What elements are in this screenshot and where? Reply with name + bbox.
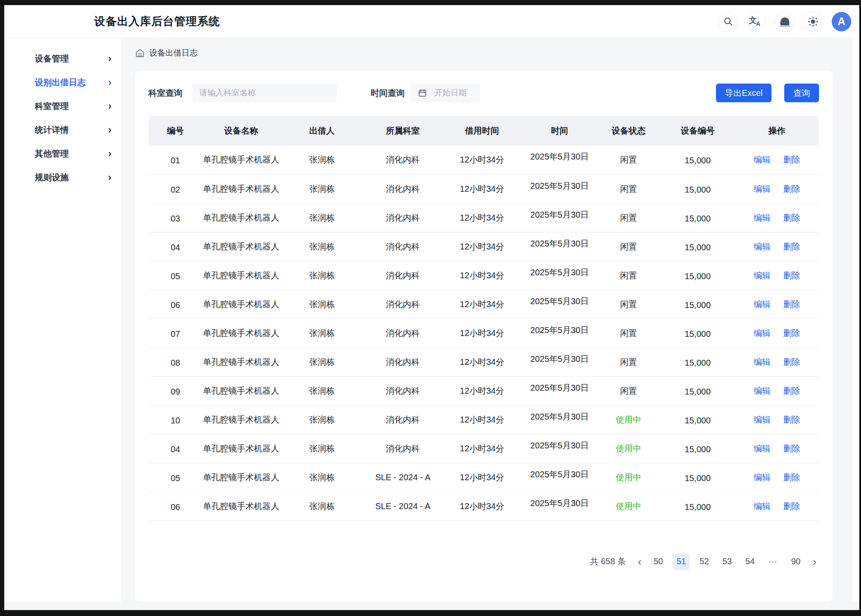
delete-link[interactable]: 删除 (783, 444, 800, 453)
edit-link[interactable]: 编辑 (754, 300, 771, 309)
avatar[interactable]: A (832, 12, 851, 31)
header-actions: 文A A (718, 12, 851, 31)
home-icon (135, 48, 145, 58)
page-button[interactable]: 54 (741, 553, 758, 570)
delete-link[interactable]: 删除 (783, 300, 800, 309)
cell-date: 2025年5月30日 (523, 174, 597, 203)
scrollbar[interactable] (853, 38, 859, 601)
cell-duration: 12小时34分 (442, 492, 523, 521)
cell-operations: 编辑删除 (735, 203, 819, 232)
cell-borrower: 张润栋 (280, 347, 364, 376)
chevron-right-icon: › (108, 125, 112, 135)
sidebar-item[interactable]: 设别出借日志› (4, 70, 121, 94)
notification-button[interactable] (775, 12, 794, 31)
pagination-ellipsis: ⋯ (764, 553, 781, 570)
page-button[interactable]: 51 (673, 553, 690, 570)
cell-name: 单孔腔镜手术机器人 (202, 434, 280, 463)
cell-operations: 编辑删除 (735, 434, 819, 463)
cell-borrower: 张润栋 (280, 290, 364, 319)
sidebar-item[interactable]: 统计详情› (4, 118, 121, 142)
cell-borrower: 张润栋 (280, 261, 364, 290)
edit-link[interactable]: 编辑 (754, 501, 771, 511)
cell-code: 15,000 (661, 232, 735, 261)
delete-link[interactable]: 删除 (783, 213, 800, 222)
search-query-button[interactable]: 查询 (784, 84, 819, 102)
cell-borrower: 张润栋 (280, 492, 364, 521)
delete-link[interactable]: 删除 (783, 501, 800, 511)
edit-link[interactable]: 编辑 (754, 415, 771, 424)
cell-dept: SLE - 2024 - A (364, 492, 442, 521)
notification-icon (780, 17, 789, 25)
breadcrumb: 设备出借日志 (135, 47, 833, 59)
delete-link[interactable]: 删除 (783, 415, 800, 424)
cell-date: 2025年5月30日 (523, 434, 597, 463)
table-row: 09单孔腔镜手术机器人张润栋消化内科12小时34分2025年5月30日闲置15,… (148, 376, 819, 405)
delete-link[interactable]: 删除 (783, 357, 800, 367)
main-content: 设备出借日志 科室查询 时间查询 (121, 38, 859, 610)
sidebar-item[interactable]: 科室管理› (4, 94, 121, 118)
cell-operations: 编辑删除 (735, 261, 819, 290)
page-button[interactable]: 90 (787, 553, 804, 570)
delete-link[interactable]: 删除 (783, 155, 800, 164)
edit-link[interactable]: 编辑 (754, 242, 771, 251)
filter-actions: 导出Excel 查询 (716, 84, 819, 102)
edit-link[interactable]: 编辑 (754, 155, 771, 164)
cell-status: 使用中 (597, 463, 661, 492)
table-body: 01单孔腔镜手术机器人张润栋消化内科12小时34分2025年5月30日闲置15,… (148, 146, 819, 521)
edit-link[interactable]: 编辑 (754, 357, 771, 367)
sidebar: 设备管理›设别出借日志›科室管理›统计详情›其他管理›规则设施› (4, 38, 121, 602)
edit-link[interactable]: 编辑 (754, 184, 771, 193)
translate-button[interactable]: 文A (746, 12, 766, 31)
cell-date: 2025年5月30日 (523, 203, 597, 232)
sidebar-item[interactable]: 设备管理› (4, 47, 121, 70)
edit-link[interactable]: 编辑 (754, 444, 771, 453)
page-button[interactable]: 53 (718, 553, 735, 570)
chevron-right-icon[interactable]: › (810, 556, 819, 567)
breadcrumb-label: 设备出借日志 (149, 48, 198, 59)
search-button[interactable] (718, 12, 738, 31)
date-picker[interactable] (411, 84, 481, 102)
app-title: 设备出入库后台管理系统 (94, 14, 220, 29)
cell-id: 06 (148, 290, 202, 319)
cell-status: 闲置 (597, 203, 661, 232)
delete-link[interactable]: 删除 (783, 473, 800, 482)
edit-link[interactable]: 编辑 (754, 328, 771, 338)
delete-link[interactable]: 删除 (783, 271, 800, 280)
cell-dept: 消化内科 (364, 146, 442, 174)
chevron-right-icon: › (108, 172, 112, 182)
cell-borrower: 张润栋 (280, 319, 364, 347)
translate-icon: 文A (749, 16, 761, 24)
delete-link[interactable]: 删除 (783, 184, 800, 193)
edit-link[interactable]: 编辑 (754, 271, 771, 280)
export-excel-button[interactable]: 导出Excel (716, 84, 772, 102)
page-button[interactable]: 52 (696, 553, 713, 570)
table-row: 03单孔腔镜手术机器人张润栋消化内科12小时34分2025年5月30日闲置15,… (148, 203, 819, 232)
sidebar-item-label: 规则设施 (35, 172, 69, 183)
delete-link[interactable]: 删除 (783, 386, 800, 395)
theme-button[interactable] (803, 12, 823, 31)
table-row: 05单孔腔镜手术机器人张润栋消化内科12小时34分2025年5月30日闲置15,… (148, 261, 819, 290)
cell-borrower: 张润栋 (280, 203, 364, 232)
cell-status: 使用中 (597, 434, 661, 463)
chevron-left-icon[interactable]: ‹ (635, 556, 644, 567)
cell-id: 07 (148, 319, 202, 347)
time-filter-label: 时间查询 (371, 87, 405, 99)
theme-icon (808, 16, 819, 27)
sidebar-item-label: 统计详情 (35, 124, 69, 136)
delete-link[interactable]: 删除 (783, 328, 800, 338)
delete-link[interactable]: 删除 (783, 242, 800, 251)
edit-link[interactable]: 编辑 (754, 213, 771, 222)
cell-status: 闲置 (597, 290, 661, 319)
cell-operations: 编辑删除 (735, 174, 819, 203)
edit-link[interactable]: 编辑 (754, 386, 771, 395)
cell-date: 2025年5月30日 (523, 492, 597, 521)
column-header: 设备名称 (202, 116, 280, 146)
cell-duration: 12小时34分 (442, 174, 523, 203)
cell-borrower: 张润栋 (280, 146, 364, 174)
dept-search-input[interactable] (193, 84, 337, 102)
cell-duration: 12小时34分 (442, 463, 523, 492)
page-button[interactable]: 50 (650, 553, 667, 570)
sidebar-item[interactable]: 规则设施› (4, 165, 121, 189)
edit-link[interactable]: 编辑 (754, 473, 771, 482)
sidebar-item[interactable]: 其他管理› (4, 142, 121, 165)
